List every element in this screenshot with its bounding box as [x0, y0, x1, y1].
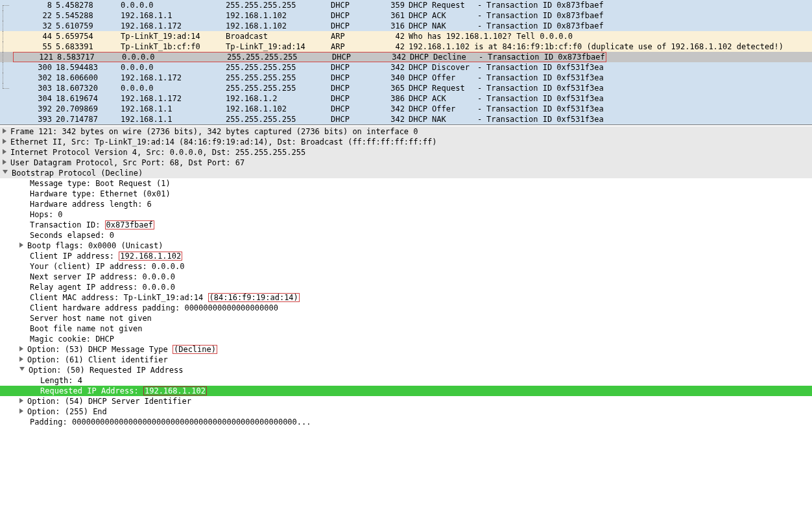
collapse-icon[interactable]: [19, 367, 25, 371]
detail-opt255[interactable]: Option: (255) End: [0, 406, 812, 417]
packet-row[interactable]: 225.545288192.168.1.1192.168.1.102DHCP36…: [0, 10, 812, 21]
col-info: DHCP ACK-Transaction ID 0xf531f3ea: [405, 93, 604, 104]
packet-row[interactable]: 85.4582780.0.0.0255.255.255.255DHCP359DH…: [0, 0, 812, 10]
collapse-icon[interactable]: [3, 170, 8, 174]
col-protocol: ARP: [331, 41, 377, 52]
col-protocol: DHCP: [331, 114, 377, 124]
detail-msg-type[interactable]: Message type: Boot Request (1): [0, 178, 812, 189]
detail-opt61[interactable]: Option: (61) Client identifier: [0, 355, 812, 365]
col-no: 121: [14, 52, 53, 62]
col-length: 42: [377, 41, 405, 52]
packet-row[interactable]: 325.610759192.168.1.172192.168.1.102DHCP…: [0, 21, 812, 31]
packet-row[interactable]: 39220.709869192.168.1.1192.168.1.102DHCP…: [0, 104, 812, 114]
col-time: 5.659754: [52, 31, 121, 41]
detail-hwpad[interactable]: Client hardware address padding: 0000000…: [0, 303, 812, 313]
expand-icon[interactable]: [19, 346, 23, 351]
expand-icon[interactable]: [3, 128, 6, 134]
col-time: 18.606600: [52, 73, 121, 83]
detail-hw-type[interactable]: Hardware type: Ethernet (0x01): [0, 189, 812, 199]
col-source: 192.168.1.1: [121, 104, 226, 114]
detail-transaction-id[interactable]: Transaction ID: 0x873fbaef: [0, 220, 812, 230]
expand-icon[interactable]: [19, 398, 23, 403]
detail-siaddr[interactable]: Next server IP address: 0.0.0.0: [0, 272, 812, 282]
detail-opt50-length[interactable]: Length: 4: [0, 375, 812, 386]
expand-icon[interactable]: [19, 242, 23, 248]
detail-ethernet[interactable]: Ethernet II, Src: Tp-LinkT_19:ad:14 (84:…: [0, 137, 812, 147]
detail-sname[interactable]: Server host name not given: [0, 313, 812, 323]
col-info: DHCP ACK-Transaction ID 0x873fbaef: [405, 10, 604, 21]
detail-yiaddr[interactable]: Your (client) IP address: 0.0.0.0: [0, 261, 812, 272]
tree-glyph: [0, 104, 13, 114]
col-protocol: DHCP: [332, 52, 379, 62]
col-protocol: DHCP: [331, 93, 377, 104]
expand-icon[interactable]: [19, 357, 23, 362]
packet-row[interactable]: 30418.619674192.168.1.172192.168.1.2DHCP…: [0, 93, 812, 104]
detail-opt54[interactable]: Option: (54) DHCP Server Identifier: [0, 396, 812, 406]
detail-opt50-requested-ip[interactable]: Requested IP Address: 192.168.1.102: [0, 386, 812, 396]
col-protocol: ARP: [331, 31, 377, 41]
col-info: DHCP Discover-Transaction ID 0xf531f3ea: [405, 62, 604, 73]
col-source: 192.168.1.1: [121, 10, 226, 21]
detail-bootp[interactable]: Bootstrap Protocol (Decline): [0, 168, 812, 178]
col-info: DHCP Request-Transaction ID 0x873fbaef: [405, 0, 604, 10]
detail-flags[interactable]: Bootp flags: 0x0000 (Unicast): [0, 241, 812, 251]
col-info: DHCP Request-Transaction ID 0xf531f3ea: [405, 83, 604, 93]
col-destination: 255.255.255.255: [226, 0, 331, 10]
packet-list[interactable]: 85.4582780.0.0.0255.255.255.255DHCP359DH…: [0, 0, 812, 124]
col-length: 361: [377, 10, 405, 21]
col-no: 300: [13, 62, 52, 73]
packet-row[interactable]: 445.659754Tp-LinkT_19:ad:14BroadcastARP4…: [0, 31, 812, 41]
col-info: DHCP Offer-Transaction ID 0xf531f3ea: [405, 104, 604, 114]
packet-row[interactable]: 555.683391Tp-LinkT_1b:cf:f0Tp-LinkT_19:a…: [0, 41, 812, 52]
detail-secs[interactable]: Seconds elapsed: 0: [0, 230, 812, 241]
col-no: 393: [13, 114, 52, 124]
detail-mac[interactable]: Client MAC address: Tp-LinkT_19:ad:14 (8…: [0, 292, 812, 303]
col-info: Who has 192.168.1.102? Tell 0.0.0.0: [405, 31, 573, 41]
packet-row[interactable]: 30218.606600192.168.1.172255.255.255.255…: [0, 73, 812, 83]
detail-frame[interactable]: Frame 121: 342 bytes on wire (2736 bits)…: [0, 126, 812, 137]
detail-opt50[interactable]: Option: (50) Requested IP Address: [0, 365, 812, 375]
col-destination: 192.168.1.102: [226, 104, 331, 114]
col-no: 8: [13, 0, 52, 10]
tree-glyph: [0, 62, 13, 73]
col-protocol: DHCP: [331, 83, 377, 93]
col-time: 8.583717: [53, 52, 122, 62]
col-no: 303: [13, 83, 52, 93]
col-source: Tp-LinkT_19:ad:14: [121, 31, 226, 41]
tree-glyph: [0, 0, 13, 10]
expand-icon[interactable]: [3, 149, 6, 154]
col-length: 342: [377, 114, 405, 124]
mac-highlight: (84:16:f9:19:ad:14): [208, 293, 300, 302]
col-length: 342: [377, 104, 405, 114]
detail-hw-len[interactable]: Hardware address length: 6: [0, 199, 812, 209]
tree-glyph: [0, 31, 13, 41]
detail-padding[interactable]: Padding: 0000000000000000000000000000000…: [0, 417, 812, 427]
tree-glyph: [0, 73, 13, 83]
expand-icon[interactable]: [3, 139, 6, 144]
detail-giaddr[interactable]: Relay agent IP address: 0.0.0.0: [0, 282, 812, 292]
packet-row[interactable]: 1218.5837170.0.0.0255.255.255.255DHCP342…: [0, 52, 812, 62]
packet-row[interactable]: 30318.6073200.0.0.0255.255.255.255DHCP36…: [0, 83, 812, 93]
expand-icon[interactable]: [19, 408, 23, 414]
col-destination: 255.255.255.255: [226, 73, 331, 83]
packet-row[interactable]: 30018.5944830.0.0.0255.255.255.255DHCP34…: [0, 62, 812, 73]
col-protocol: DHCP: [331, 10, 377, 21]
col-no: 304: [13, 93, 52, 104]
col-source: Tp-LinkT_1b:cf:f0: [121, 41, 226, 52]
col-info: DHCP NAK-Transaction ID 0xf531f3ea: [405, 114, 604, 124]
packet-row[interactable]: 39320.714787192.168.1.1255.255.255.255DH…: [0, 114, 812, 124]
detail-cookie[interactable]: Magic cookie: DHCP: [0, 334, 812, 344]
col-time: 5.545288: [52, 10, 121, 21]
detail-ip[interactable]: Internet Protocol Version 4, Src: 0.0.0.…: [0, 147, 812, 158]
expand-icon[interactable]: [3, 159, 6, 165]
detail-opt53[interactable]: Option: (53) DHCP Message Type (Decline): [0, 344, 812, 355]
packet-details-pane[interactable]: Frame 121: 342 bytes on wire (2736 bits)…: [0, 124, 812, 427]
detail-ciaddr[interactable]: Client IP address: 192.168.1.102: [0, 251, 812, 261]
col-time: 18.619674: [52, 93, 121, 104]
tree-glyph: [0, 21, 13, 31]
detail-udp[interactable]: User Datagram Protocol, Src Port: 68, Ds…: [0, 158, 812, 168]
detail-bfile[interactable]: Boot file name not given: [0, 323, 812, 334]
col-length: 42: [377, 31, 405, 41]
col-length: 316: [377, 21, 405, 31]
detail-hops[interactable]: Hops: 0: [0, 209, 812, 220]
